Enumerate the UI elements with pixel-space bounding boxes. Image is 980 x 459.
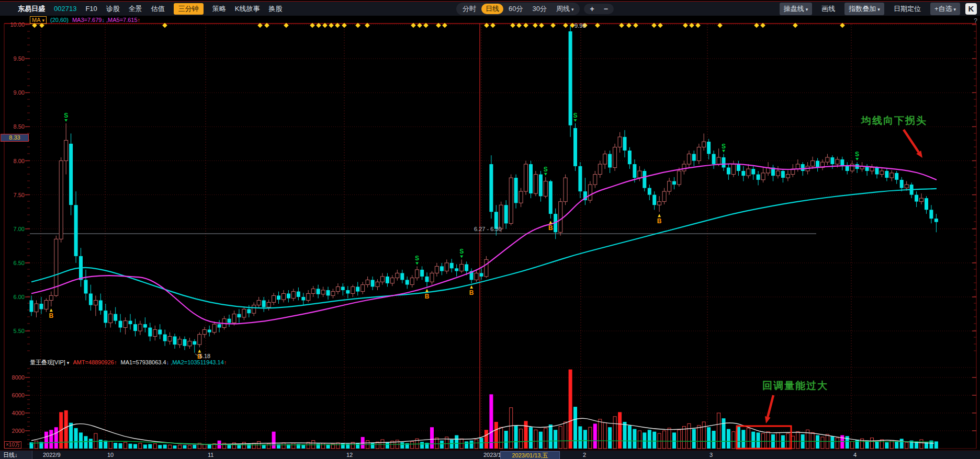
- topbar-left: 东易日盛 002713 F10诊股全景估值三分钟策略K线故事换股: [18, 2, 282, 16]
- menu-item-三分钟[interactable]: 三分钟: [174, 3, 204, 15]
- price-tag-8-33: 8.33: [1, 134, 29, 142]
- price-tick-10.00: 10.00: [0, 21, 25, 28]
- price-tick-9.00: 9.00: [0, 89, 25, 96]
- svg-text:B: B: [469, 289, 474, 296]
- svg-text:S: S: [573, 112, 577, 119]
- stock-name: 东易日盛: [18, 4, 45, 14]
- period-tab-60分[interactable]: 60分: [504, 4, 527, 14]
- ma5-value: ,MA5=7.615↑: [106, 17, 140, 23]
- svg-text:B: B: [425, 293, 430, 300]
- period-tab-30分[interactable]: 30分: [528, 4, 550, 14]
- period-tab-周线[interactable]: 周线: [552, 4, 578, 14]
- annotation-ma-turndown: 均线向下拐头: [861, 114, 927, 128]
- period-tab-分时[interactable]: 分时: [458, 4, 480, 14]
- menu-item-诊股[interactable]: 诊股: [106, 4, 120, 14]
- tool-buttons: 操盘线画线指数叠加日期定位+自选: [780, 3, 960, 15]
- menu-item-估值[interactable]: 估值: [151, 4, 165, 14]
- svg-text:B: B: [49, 312, 53, 319]
- amt-value: AMT=48890926↑: [73, 359, 117, 365]
- price-tick-8.50: 8.50: [0, 123, 25, 130]
- volume-tick-4000: 4000: [0, 410, 25, 416]
- stock-app-window: 东易日盛 002713 F10诊股全景估值三分钟策略K线故事换股 分时日线60分…: [0, 0, 980, 459]
- svg-text:B: B: [548, 224, 553, 232]
- volume-tick-6000: 6000: [0, 392, 25, 398]
- topbar: 东易日盛 002713 F10诊股全景估值三分钟策略K线故事换股 分时日线60分…: [0, 2, 980, 16]
- svg-text:S: S: [415, 255, 419, 262]
- volume-unit-label: ×10万: [4, 441, 21, 449]
- zoom-out-button[interactable]: −: [602, 5, 610, 13]
- ma-params-label: (20,60): [50, 17, 69, 23]
- svg-text:S: S: [64, 112, 68, 119]
- window-top-accent: [0, 1, 980, 2]
- main-menu: F10诊股全景估值三分钟策略K线故事换股: [85, 3, 282, 15]
- menu-item-全景[interactable]: 全景: [129, 4, 142, 14]
- toolbar-button-操盘线[interactable]: 操盘线: [780, 3, 813, 15]
- toolbar-button-指数叠加[interactable]: 指数叠加: [844, 3, 884, 15]
- volume-indicator-legend: 量王叠现[VIP] AMT=48890926↑ MA1=57938063.4↓ …: [30, 359, 227, 366]
- ma3-value: MA3=7.679↓: [72, 17, 105, 23]
- svg-text:B: B: [657, 217, 662, 225]
- menu-item-策略[interactable]: 策略: [212, 4, 226, 14]
- volume-tick-2000: 2000: [0, 428, 25, 434]
- month-label-2022/9: 2022/9: [43, 452, 61, 458]
- price-tick-6.50: 6.50: [0, 260, 25, 266]
- volume-tick-8000: 8000: [0, 374, 25, 381]
- price-tick-7.50: 7.50: [0, 192, 25, 198]
- svg-text:S: S: [855, 151, 859, 158]
- period-tab-日线[interactable]: 日线: [481, 4, 503, 14]
- toolbar-button-自选[interactable]: +自选: [930, 3, 960, 15]
- time-axis: 日线↓ 2022/91011122023/1234 2023/01/13,五: [0, 450, 980, 459]
- svg-text:6.27 - 6.30: 6.27 - 6.30: [474, 226, 502, 232]
- annotation-pullback-volume: 回调量能过大: [762, 379, 828, 393]
- app-logo[interactable]: K: [965, 3, 977, 15]
- topbar-right: 操盘线画线指数叠加日期定位+自选 K: [780, 2, 977, 16]
- vol-ma1-value: MA1=57938063.4↓: [120, 359, 169, 365]
- kline-chart-canvas[interactable]: BSBSBSBSBSBSS9.985.186.27 - 6.30: [0, 0, 980, 459]
- price-indicator-legend: MA (20,60) MA3=7.679↓ ,MA5=7.615↑: [30, 16, 140, 24]
- period-selector-bottom[interactable]: 日线↓: [0, 451, 32, 459]
- svg-text:9.98: 9.98: [575, 22, 585, 29]
- selected-date-box[interactable]: 2023/01/13,五: [500, 451, 560, 459]
- svg-text:S: S: [722, 143, 726, 150]
- price-tick-8.00: 8.00: [0, 158, 25, 164]
- menu-item-F10[interactable]: F10: [85, 5, 97, 13]
- price-tick-5.50: 5.50: [0, 328, 25, 334]
- menu-item-换股[interactable]: 换股: [268, 4, 282, 14]
- vol-ma2-value: ,MA2=103511943.14↑: [171, 359, 227, 365]
- month-label-11: 11: [208, 452, 213, 458]
- price-tick-6.00: 6.00: [0, 294, 25, 300]
- month-label-2: 2: [583, 452, 586, 458]
- month-label-2023/1: 2023/1: [483, 452, 501, 458]
- stock-code[interactable]: 002713: [54, 5, 76, 13]
- month-label-12: 12: [346, 452, 353, 458]
- month-label-4: 4: [853, 452, 857, 458]
- period-tab-group: 分时日线60分30分周线: [456, 3, 580, 15]
- toolbar-button-日期定位[interactable]: 日期定位: [889, 3, 925, 15]
- ma-selector-dropdown[interactable]: MA: [30, 16, 47, 24]
- svg-text:S: S: [544, 166, 548, 173]
- svg-text:5.18: 5.18: [199, 353, 210, 359]
- menu-item-K线故事[interactable]: K线故事: [235, 4, 260, 14]
- help-icon[interactable]: ?: [974, 17, 977, 25]
- topbar-center: 分时日线60分30分周线 + −: [456, 2, 614, 16]
- zoom-controls: + −: [584, 4, 613, 14]
- price-tick-7.00: 7.00: [0, 226, 25, 232]
- volume-indicator-dropdown[interactable]: 量王叠现[VIP]: [30, 359, 69, 366]
- zoom-in-button[interactable]: +: [588, 5, 595, 13]
- price-tick-9.50: 9.50: [0, 55, 25, 62]
- svg-text:S: S: [459, 248, 464, 255]
- month-label-3: 3: [709, 452, 713, 458]
- toolbar-button-画线[interactable]: 画线: [817, 3, 839, 15]
- month-label-10: 10: [107, 452, 114, 458]
